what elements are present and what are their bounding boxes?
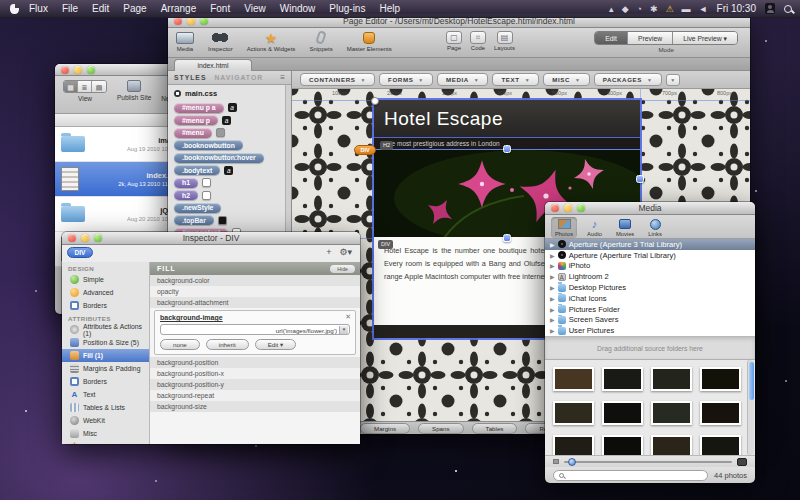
menu-item[interactable]: Edit (92, 3, 109, 14)
media-titlebar[interactable]: Media (545, 202, 755, 215)
media-source-row[interactable]: ▶ iPhoto (545, 261, 755, 272)
media-source-row[interactable]: ▶ Aperture (Aperture 3 Trial Library) (545, 239, 755, 250)
tab-navigator[interactable]: NAVIGATOR (214, 74, 263, 81)
photo-thumbnail[interactable] (700, 401, 741, 425)
warning-icon[interactable]: ⚠ (666, 0, 674, 18)
media-source-row[interactable]: ▶ User Pictures (545, 325, 755, 336)
css-style-row[interactable]: #menu (174, 128, 291, 138)
nav-item[interactable]: Borders (62, 375, 149, 388)
volume-icon[interactable]: ◄ (699, 0, 708, 18)
background-image-input[interactable]: url('images/flower.jpg') ▼ (160, 324, 350, 335)
fill-property-row[interactable]: background-attachment (150, 297, 360, 308)
disclosure-triangle-icon[interactable]: ▶ (550, 295, 555, 302)
menu-item[interactable]: Flux (29, 3, 48, 14)
nav-item[interactable]: Tables & Lists (62, 401, 149, 414)
mode-option[interactable]: Live Preview ▾ (673, 32, 737, 44)
insert-menu-button[interactable]: FORMS▼ (379, 73, 433, 86)
fill-property-row[interactable]: background-position-y (150, 379, 360, 390)
view-button[interactable]: ▤ Layouts (494, 31, 515, 51)
div-tag[interactable]: DIV (378, 240, 393, 249)
tab-styles[interactable]: STYLES (174, 74, 206, 81)
media-source-row[interactable]: ▶ iChat Icons (545, 293, 755, 304)
toolbar-button[interactable]: Inspector (208, 30, 233, 52)
slider-knob[interactable] (568, 458, 576, 466)
background-image-label[interactable]: background-image (160, 314, 350, 321)
apple-icon[interactable] (10, 4, 19, 14)
div-tag-orange[interactable]: DIV (354, 145, 376, 155)
photo-thumbnail[interactable] (602, 435, 643, 455)
nav-item[interactable]: Borders (62, 299, 149, 312)
resize-handle[interactable] (503, 234, 511, 242)
css-style-row[interactable]: #menu p a a (174, 103, 291, 113)
css-style-row[interactable]: .newStyle (174, 203, 291, 213)
thumb-scrollbar[interactable] (747, 360, 754, 455)
script-icon[interactable]: ✱ (650, 0, 658, 18)
photo-thumbnail[interactable] (651, 367, 692, 391)
user-icon[interactable] (765, 3, 775, 14)
insert-menu-overflow-button[interactable]: ▼ (666, 74, 680, 86)
media-tab[interactable]: Movies (612, 217, 638, 238)
toolbar-button[interactable]: ★ Actions & Widgets (247, 30, 296, 52)
disclosure-triangle-icon[interactable]: ▶ (550, 273, 555, 280)
photo-thumbnail[interactable] (553, 367, 594, 391)
insert-menu-button[interactable]: MISC▼ (543, 73, 589, 86)
menu-item[interactable]: Page (123, 3, 146, 14)
minimize-button[interactable] (74, 66, 82, 74)
slider-track[interactable] (564, 461, 732, 463)
media-tab[interactable]: ♪ Audio (583, 217, 606, 238)
css-style-row[interactable]: #menu p a (174, 115, 291, 125)
gear-icon[interactable]: ⚙▾ (339, 247, 352, 257)
css-style-row[interactable]: .topBar (174, 215, 291, 225)
nav-item[interactable]: Other Parameters (62, 440, 149, 444)
disclosure-triangle-icon[interactable]: ▶ (550, 306, 555, 313)
view-control[interactable]: ▦≣▤ View (63, 80, 107, 102)
canvas-tool-button[interactable]: Spans (418, 423, 464, 434)
media-tab[interactable]: Photos (551, 217, 577, 238)
nav-item[interactable]: Misc (62, 427, 149, 440)
fill-property-row[interactable]: opacity (150, 286, 360, 297)
toolbar-button[interactable]: Media (176, 30, 194, 52)
page-header-block[interactable]: Hotel Escape (374, 100, 640, 137)
fill-property-row[interactable]: background-repeat (150, 390, 360, 401)
media-tab[interactable]: Links (644, 217, 666, 238)
menu-item[interactable]: Font (210, 3, 230, 14)
canvas-tool-button[interactable]: Tables (472, 423, 518, 434)
zoom-button[interactable] (87, 66, 95, 74)
stylesheet-row[interactable]: main.css (168, 85, 291, 100)
resize-handle[interactable] (371, 97, 379, 105)
media-source-row[interactable]: ▶ Pictures Folder (545, 304, 755, 315)
insert-menu-button[interactable]: TEXT▼ (492, 73, 539, 86)
nav-item[interactable]: Advanced (62, 286, 149, 299)
menu-item[interactable]: Help (379, 3, 400, 14)
menu-item[interactable]: View (244, 3, 266, 14)
h2-tag[interactable]: H2 (380, 141, 393, 150)
nav-item[interactable]: Fill (1) (62, 349, 149, 362)
resize-handle[interactable] (503, 145, 511, 153)
menubar-clock[interactable]: Fri 10:30 (717, 3, 756, 14)
close-icon[interactable]: ✕ (345, 313, 351, 321)
menu-item[interactable]: Plug-ins (329, 3, 365, 14)
photo-thumbnail[interactable] (700, 367, 741, 391)
dropdown-icon[interactable]: ▼ (339, 326, 348, 334)
nav-item[interactable]: WebKit (62, 414, 149, 427)
media-source-row[interactable]: ▶ Aperture (Aperture Trial Library) (545, 250, 755, 261)
toolbar-button[interactable]: Snippets (309, 30, 332, 52)
disclosure-triangle-icon[interactable]: ▶ (550, 252, 555, 259)
view-button[interactable]: ⌗ Code (470, 31, 486, 51)
fill-property-row[interactable]: background-position-x (150, 368, 360, 379)
mode-option[interactable]: Edit (595, 32, 628, 44)
insert-menu-button[interactable]: PACKAGES▼ (594, 73, 662, 86)
mode-option[interactable]: Preview (628, 32, 673, 44)
tab-index-html[interactable]: index.html (174, 59, 252, 71)
css-style-row[interactable]: h2 (174, 190, 291, 200)
disclosure-triangle-icon[interactable]: ▶ (550, 284, 555, 291)
fill-hide-badge[interactable]: Hide (330, 265, 355, 273)
fill-property-row[interactable]: background-size (150, 401, 360, 412)
nav-item[interactable]: Margins & Padding (62, 362, 149, 375)
insert-menu-button[interactable]: MEDIA▼ (437, 73, 489, 86)
nav-item[interactable]: Attributes & Actions (1) (62, 323, 149, 336)
spotlight-icon[interactable] (784, 5, 792, 13)
selected-element-pill[interactable]: DIV (67, 247, 93, 258)
disclosure-triangle-icon[interactable]: ▶ (550, 316, 555, 323)
view-button[interactable]: ▢ Page (446, 31, 462, 51)
